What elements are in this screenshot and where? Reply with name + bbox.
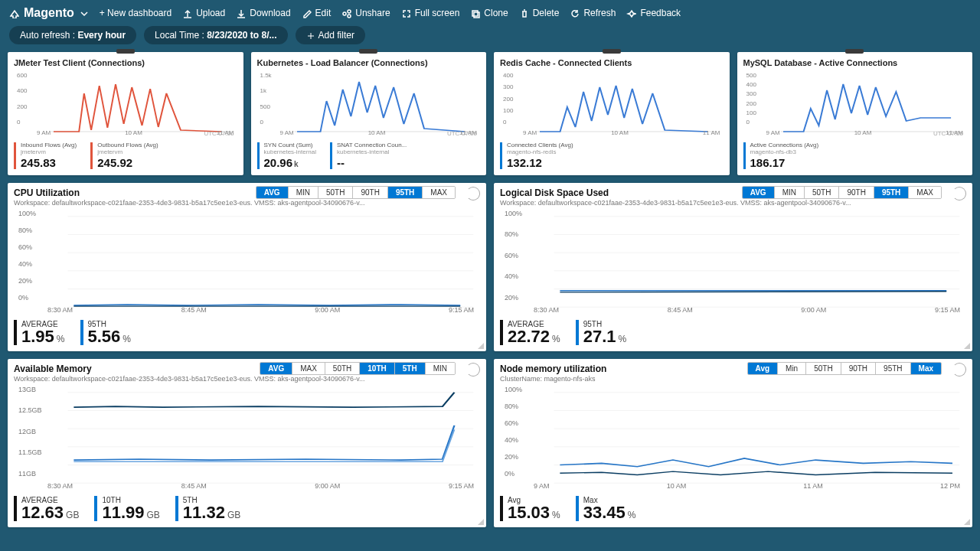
stat-tab[interactable]: 10TH	[360, 363, 394, 374]
delete-button[interactable]: Delete	[519, 8, 560, 18]
stat-tab[interactable]: Min	[778, 363, 806, 374]
stat-tab[interactable]: 90TH	[839, 187, 874, 198]
metric: Connected Clients (Avg)magento-nfs-redis…	[500, 142, 573, 169]
stat-tab[interactable]: 90TH	[353, 187, 387, 198]
panel-title: Redis Cache - Connected Clients	[500, 58, 724, 67]
stat-selector: AvgMin50TH90TH95THMax	[747, 362, 942, 375]
stat-block: AVERAGE22.72%	[500, 320, 560, 345]
stat-block: AVERAGE12.63GB	[14, 496, 79, 521]
chart-panel[interactable]: CPU Utilization AVGMIN50TH90TH95THMAX Wo…	[8, 183, 486, 351]
metric: Inbound Flows (Avg)jmetervm245.83	[14, 142, 77, 169]
resize-handle[interactable]	[478, 519, 484, 525]
stat-tab[interactable]: 95TH	[874, 187, 909, 198]
unshare-button[interactable]: Unshare	[341, 8, 390, 18]
sparkline-chart: 4003002001000 9 AM10 AM11 AM	[500, 70, 724, 139]
stat-selector: AVGMIN50TH90TH95THMAX	[256, 186, 456, 199]
sparkline-chart: 5004003002001000 9 AM10 AM11 AM UTC-07:0…	[743, 70, 967, 139]
refresh-icon[interactable]	[466, 363, 480, 377]
refresh-icon[interactable]	[952, 187, 966, 201]
stat-tab[interactable]: AVG	[743, 187, 775, 198]
download-button[interactable]: Download	[236, 8, 290, 18]
stat-tab[interactable]: MAX	[909, 187, 941, 198]
line-chart: 100%80%60%40%20%0% 9 AM10 AM11 AM12 PM	[500, 384, 966, 491]
panel-subtitle: ClusterName: magento-nfs-aks	[500, 375, 966, 383]
drag-handle[interactable]	[603, 49, 621, 54]
command-bar: Magento + New dashboard Upload Download …	[0, 0, 980, 26]
stat-tab[interactable]: Avg	[748, 363, 779, 374]
stat-block: 95TH27.1%	[576, 320, 627, 345]
resize-handle[interactable]	[964, 519, 970, 525]
panel-subtitle: Workspace: defaultworkspace-c021faae-235…	[500, 199, 966, 207]
drag-handle[interactable]	[845, 49, 864, 54]
svg-point-2	[348, 15, 351, 18]
svg-rect-4	[474, 12, 479, 18]
chart-panel[interactable]: Logical Disk Space Used AVGMIN50TH90TH95…	[494, 183, 972, 351]
chart-panel[interactable]: Node memory utilization AvgMin50TH90TH95…	[494, 359, 972, 527]
stat-selector: AVGMIN50TH90TH95THMAX	[742, 186, 942, 199]
stat-tab[interactable]: MIN	[775, 187, 805, 198]
line-chart: 100%80%60%40%20% 8:30 AM8:45 AM9:00 AM9:…	[500, 208, 966, 315]
stat-tab[interactable]: 95TH	[388, 187, 423, 198]
sparkline-chart: 6004002000 9 AM10 AM11 AM UTC-07:00	[14, 70, 237, 139]
clone-button[interactable]: Clone	[470, 8, 508, 18]
stat-tab[interactable]: 50TH	[318, 187, 353, 198]
fullscreen-button[interactable]: Full screen	[401, 8, 460, 18]
stat-block: Max33.45%	[576, 496, 636, 521]
filter-icon	[306, 31, 315, 40]
stat-tab[interactable]: AVG	[256, 187, 289, 198]
dashboard-title[interactable]: Magento	[9, 6, 89, 20]
stat-tab[interactable]: 90TH	[841, 363, 876, 374]
filter-bar: Auto refresh : Every hour Local Time : 8…	[0, 26, 980, 52]
refresh-button[interactable]: Refresh	[570, 8, 616, 18]
refresh-icon[interactable]	[952, 363, 966, 377]
stat-block: AVERAGE1.95%	[14, 320, 65, 345]
resize-handle[interactable]	[478, 343, 484, 349]
metric-tile[interactable]: MySQL Database - Active Connections 5004…	[737, 52, 973, 175]
feedback-button[interactable]: Feedback	[626, 8, 681, 18]
svg-point-0	[343, 12, 346, 15]
dashboard-icon	[9, 8, 19, 18]
drag-handle[interactable]	[359, 49, 377, 54]
stat-tab[interactable]: 50TH	[325, 363, 360, 374]
stat-block: 5TH11.32GB	[175, 496, 240, 521]
line-chart: 100%80%60%40%20%0% 8:30 AM8:45 AM9:00 AM…	[14, 208, 480, 315]
panel-title: Logical Disk Space Used	[500, 187, 609, 198]
metric: SNAT Connection Coun...kubernetes-intern…	[330, 142, 407, 169]
metric: SYN Count (Sum)kubernetes-internal20.96k	[257, 142, 316, 169]
drag-handle[interactable]	[116, 49, 135, 54]
stat-tab[interactable]: AVG	[260, 363, 292, 374]
sparkline-chart: 1.5k1k5000 9 AM10 AM11 AM UTC-07:00	[257, 70, 481, 139]
refresh-icon[interactable]	[466, 187, 480, 201]
auto-refresh-pill[interactable]: Auto refresh : Every hour	[9, 26, 136, 44]
chart-panel[interactable]: Available Memory AVGMAX50TH10TH5THMIN Wo…	[8, 359, 486, 527]
panel-title: Node memory utilization	[500, 364, 606, 374]
metric-tile[interactable]: Kubernetes - Load Balancer (Connections)…	[251, 52, 487, 175]
edit-button[interactable]: Edit	[302, 8, 332, 18]
panel-subtitle: Workspace: defaultworkspace-c021faae-235…	[14, 375, 480, 383]
stat-tab[interactable]: 50TH	[806, 363, 841, 374]
stat-tab[interactable]: MIN	[426, 363, 455, 374]
metric-tile[interactable]: JMeter Test Client (Connections) 6004002…	[8, 52, 243, 175]
stat-tab[interactable]: MAX	[292, 363, 325, 374]
stat-tab[interactable]: Max	[911, 363, 941, 374]
stat-block: 10TH11.99GB	[94, 496, 159, 521]
svg-rect-3	[472, 11, 478, 16]
stat-block: Avg15.03%	[500, 496, 560, 521]
stat-tab[interactable]: MIN	[289, 187, 318, 198]
stat-tab[interactable]: MAX	[423, 187, 455, 198]
time-range-pill[interactable]: Local Time : 8/23/2020 to 8/...	[144, 26, 287, 44]
panel-title: Available Memory	[14, 364, 92, 374]
panel-title: JMeter Test Client (Connections)	[14, 58, 237, 67]
add-filter-button[interactable]: Add filter	[296, 26, 365, 44]
stat-tab[interactable]: 50TH	[805, 187, 839, 198]
upload-button[interactable]: Upload	[182, 8, 225, 18]
svg-point-1	[348, 10, 351, 13]
metric: Active Connections (Avg)magento-nfs-db31…	[743, 142, 819, 169]
stat-tab[interactable]: 95TH	[876, 363, 910, 374]
new-dashboard-button[interactable]: + New dashboard	[100, 8, 172, 18]
panel-title: CPU Utilization	[14, 187, 80, 198]
panel-title: Kubernetes - Load Balancer (Connections)	[257, 58, 481, 67]
stat-tab[interactable]: 5TH	[395, 363, 426, 374]
resize-handle[interactable]	[964, 343, 970, 349]
metric-tile[interactable]: Redis Cache - Connected Clients 40030020…	[494, 52, 730, 175]
